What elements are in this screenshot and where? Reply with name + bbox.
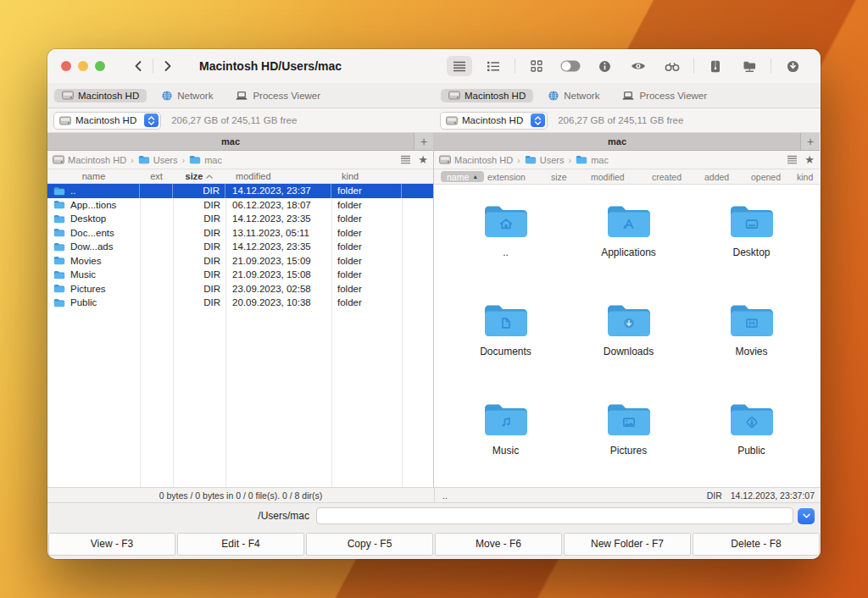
- device-tab-network[interactable]: Network: [153, 88, 220, 103]
- fkey-button-3[interactable]: View - F3: [48, 533, 175, 556]
- grid-item-movies[interactable]: Movies: [690, 302, 813, 401]
- fkey-button-7[interactable]: New Folder - F7: [564, 533, 691, 556]
- new-tab-button[interactable]: +: [414, 133, 433, 150]
- drive-select-stepper-icon[interactable]: [531, 114, 545, 127]
- breadcrumb-item-macintosh-hd[interactable]: Macintosh HD: [439, 155, 513, 165]
- forward-icon[interactable]: [159, 57, 177, 75]
- column-header-modified[interactable]: modified: [225, 169, 331, 183]
- table-row[interactable]: App...tionsDIR06.12.2023, 18:07folder: [47, 198, 433, 213]
- column-header-size[interactable]: size: [173, 169, 225, 183]
- file-modified: 21.09.2023, 15:08: [232, 269, 311, 280]
- minimize-button[interactable]: [78, 61, 88, 71]
- search-binoculars-icon[interactable]: [659, 56, 685, 76]
- command-history-dropdown-icon[interactable]: [798, 508, 815, 524]
- table-row[interactable]: MoviesDIR21.09.2023, 15:09folder: [47, 254, 433, 269]
- column-header-added[interactable]: added: [704, 169, 729, 184]
- file-kind: folder: [337, 228, 362, 238]
- column-header-extension[interactable]: extension: [487, 169, 526, 184]
- breadcrumb-item-mac[interactable]: mac: [576, 155, 609, 165]
- grid-item-pictures[interactable]: Pictures: [567, 401, 690, 487]
- fkey-button-5[interactable]: Copy - F5: [306, 533, 433, 556]
- file-kind: folder: [337, 241, 362, 252]
- file-size: DIR: [203, 228, 220, 238]
- device-tab-label: Network: [564, 91, 599, 101]
- table-body: ..DIR14.12.2023, 23:37folderApp...tionsD…: [47, 184, 433, 310]
- preview-eye-icon[interactable]: [626, 56, 651, 76]
- new-tab-button[interactable]: +: [800, 133, 820, 150]
- downloads-icon[interactable]: [780, 56, 805, 76]
- grid-item-desktop[interactable]: Desktop: [690, 203, 813, 302]
- grid-item-public[interactable]: Public: [690, 401, 813, 487]
- folder-tab-mac[interactable]: mac: [47, 133, 414, 150]
- path-menu-icon[interactable]: [787, 155, 798, 164]
- back-icon[interactable]: [129, 57, 147, 75]
- cell-modified: 14.12.2023, 23:37: [225, 184, 331, 198]
- table-row[interactable]: PublicDIR20.09.2023, 10:38folder: [47, 296, 433, 310]
- fkey-button-4[interactable]: Edit - F4: [177, 533, 304, 556]
- toolbar-divider: [693, 58, 694, 74]
- column-header-modified[interactable]: modified: [591, 169, 625, 184]
- grid-item-downloads[interactable]: Downloads: [567, 302, 690, 401]
- list-view-icon[interactable]: [447, 56, 472, 76]
- table-row[interactable]: DesktopDIR14.12.2023, 23:35folder: [47, 212, 433, 226]
- info-icon[interactable]: [592, 56, 617, 76]
- device-tab-macintosh-hd[interactable]: Macintosh HD: [54, 89, 147, 102]
- column-header-ext[interactable]: ext: [140, 169, 173, 183]
- thumbs-view-icon[interactable]: [524, 56, 549, 76]
- file-kind: folder: [337, 269, 362, 280]
- table-row[interactable]: PicturesDIR23.09.2023, 02:58folder: [47, 282, 433, 296]
- column-header-created[interactable]: created: [652, 169, 682, 184]
- breadcrumb-item-users[interactable]: Users: [525, 155, 565, 165]
- device-tab-process-viewer[interactable]: Process Viewer: [227, 89, 328, 102]
- table-row[interactable]: MusicDIR21.09.2023, 15:08folder: [47, 268, 433, 282]
- folder-icon: [53, 298, 65, 307]
- table-row[interactable]: Doc...entsDIR13.11.2023, 05:11folder: [47, 226, 433, 241]
- device-tab-macintosh-hd[interactable]: Macintosh HD: [441, 89, 533, 102]
- column-header-kind[interactable]: kind: [331, 169, 402, 183]
- breadcrumb-item-macintosh-hd[interactable]: Macintosh HD: [53, 155, 126, 165]
- column-header-name[interactable]: name▲: [441, 171, 484, 182]
- favorites-star-icon[interactable]: ★: [804, 154, 815, 165]
- breadcrumb-label: Macintosh HD: [68, 155, 126, 165]
- archive-icon[interactable]: [703, 56, 728, 76]
- grid-item--[interactable]: ..: [444, 203, 567, 302]
- device-tab-network[interactable]: Network: [540, 88, 607, 103]
- zoom-button[interactable]: [95, 61, 105, 71]
- grid-item-documents[interactable]: Documents: [444, 302, 567, 401]
- grid-item-music[interactable]: Music: [444, 401, 567, 487]
- fkey-button-8[interactable]: Delete - F8: [693, 533, 820, 556]
- device-tab-process-viewer[interactable]: Process Viewer: [614, 89, 715, 102]
- file-name: Desktop: [70, 213, 106, 224]
- cell-filler: [402, 212, 433, 226]
- close-button[interactable]: [61, 61, 71, 71]
- column-header-opened[interactable]: opened: [751, 169, 781, 184]
- command-input[interactable]: [316, 507, 793, 524]
- cell-modified: 14.12.2023, 23:35: [225, 240, 331, 254]
- favorites-star-icon[interactable]: ★: [418, 154, 428, 165]
- device-tabbar-right: Macintosh HDNetworkProcess Viewer: [434, 83, 821, 108]
- column-header-name[interactable]: name: [47, 169, 140, 183]
- fkey-button-6[interactable]: Move - F6: [435, 533, 562, 556]
- drive-select-stepper-icon[interactable]: [144, 114, 159, 127]
- cell-size: DIR: [173, 184, 225, 198]
- brief-view-icon[interactable]: [481, 56, 506, 76]
- table-row[interactable]: Dow...adsDIR14.12.2023, 23:35folder: [47, 240, 433, 254]
- dark-mode-toggle[interactable]: [558, 56, 583, 76]
- folder-tab-mac[interactable]: mac: [434, 133, 800, 150]
- path-menu-icon[interactable]: [400, 155, 411, 164]
- cell-modified: 20.09.2023, 10:38: [225, 296, 331, 310]
- column-header-size[interactable]: size: [551, 169, 567, 184]
- status-left-pane: 0 bytes / 0 bytes in 0 / 0 file(s). 0 / …: [47, 488, 434, 502]
- cell-kind: folder: [331, 296, 402, 310]
- breadcrumb-item-mac[interactable]: mac: [189, 155, 222, 165]
- column-header-kind[interactable]: kind: [797, 169, 813, 184]
- table-row[interactable]: ..DIR14.12.2023, 23:37folder: [47, 184, 433, 198]
- grid-item-label: Applications: [601, 246, 656, 258]
- network-share-icon[interactable]: [737, 56, 762, 76]
- drive-select-right[interactable]: Macintosh HD: [440, 112, 548, 130]
- grid-item-applications[interactable]: Applications: [567, 203, 690, 302]
- breadcrumb-item-users[interactable]: Users: [138, 155, 178, 165]
- drive-select-left[interactable]: Macintosh HD: [53, 112, 161, 130]
- file-name: Movies: [70, 256, 101, 266]
- cell-ext: [140, 254, 173, 269]
